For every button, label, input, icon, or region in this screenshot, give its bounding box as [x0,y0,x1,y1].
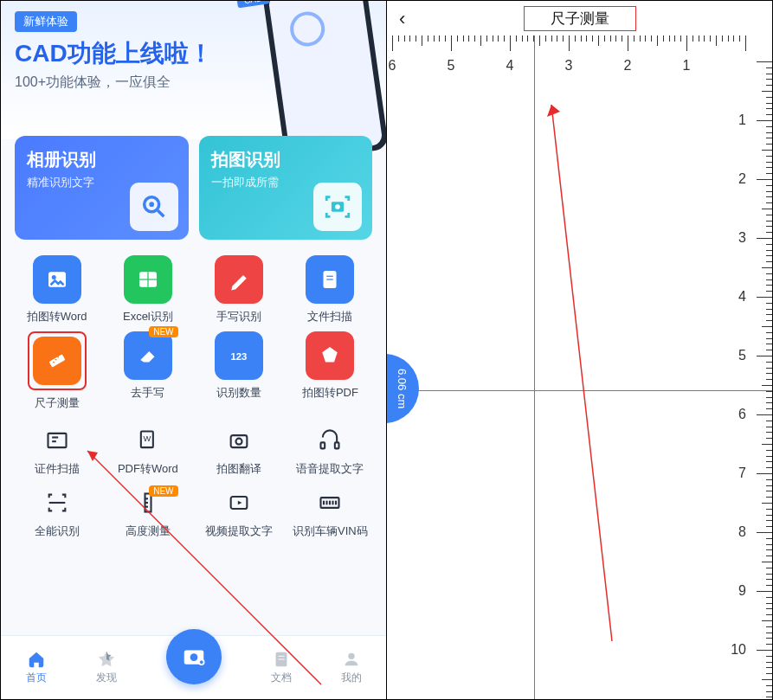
h-ruler-label: 3 [565,58,573,74]
video-icon [227,491,251,518]
tile-label: 去手写 [131,385,164,401]
page-title: 尺子测量 [524,6,636,31]
cad-tag: CAD [236,1,270,8]
svg-point-21 [236,439,242,445]
album-recognition-card[interactable]: 相册识别 精准识别文字 [15,136,189,240]
tile-label: Excel识别 [123,309,173,324]
tool-video[interactable]: 视频提取文字 [197,491,281,539]
nav-mine[interactable]: 我的 [341,650,362,685]
doc-icon [306,255,354,304]
tile-label: 拍图转Word [27,309,87,324]
svg-marker-46 [547,105,560,117]
tool-scan[interactable]: 全能识别 [15,491,99,539]
svg-text:123: 123 [231,351,248,362]
tool-pdf[interactable]: 拍图转PDF [288,331,372,411]
scan-icon [45,491,69,518]
tool-123[interactable]: 123识别数量 [197,331,281,411]
123-icon: 123 [215,331,263,380]
nav-label: 发现 [96,671,117,685]
svg-point-6 [51,275,55,279]
vin-icon [318,491,342,518]
svg-rect-15 [48,433,66,447]
horizontal-ruler[interactable]: 654321 [387,35,772,87]
h-ruler-label: 4 [506,58,514,74]
tool-pen[interactable]: 手写识别 [197,255,281,324]
grid-icon [124,255,172,304]
image-icon [33,255,81,304]
tool-camera[interactable]: 拍图翻译 [197,428,281,477]
v-ruler-label: 10 [731,642,746,658]
svg-line-1 [158,210,164,216]
nav-docs[interactable]: 文档 [271,650,292,685]
tool-image[interactable]: 拍图转Word [15,255,99,324]
new-badge: 新鲜体验 [15,11,77,32]
svg-point-37 [190,653,197,661]
h-ruler-label: 6 [389,58,396,74]
svg-point-4 [335,204,340,209]
svg-line-45 [551,105,612,641]
tool-audio[interactable]: 语音提取文字 [288,428,372,477]
tile-label: 文件扫描 [307,309,352,324]
tile-label: 识别车辆VIN码 [293,523,368,539]
promo-banner: 新鲜体验 CAD功能上线啦！ 100+功能体验，一应俱全 CAD [1,1,386,139]
v-ruler-label: 7 [738,466,746,481]
svg-rect-13 [48,354,65,367]
new-badge: NEW [149,326,177,337]
tool-ruler[interactable]: 尺子测量 [15,331,99,411]
tile-label: 语音提取文字 [296,461,364,477]
new-badge: NEW [149,485,177,497]
svg-rect-22 [321,442,325,448]
tool-id[interactable]: 证件扫描 [15,428,99,477]
nav-label: 首页 [26,671,47,685]
tile-label: 证件扫描 [35,461,80,477]
pen-icon [215,255,263,304]
svg-rect-20 [231,435,248,447]
tile-label: 尺子测量 [35,395,80,411]
nav-discover[interactable]: 发现 [96,650,117,685]
bottom-nav: 首页 发现 文档 我的 [1,635,386,699]
card-title: 相册识别 [27,148,177,171]
tool-grid[interactable]: Excel识别 [106,255,190,324]
svg-text:W: W [143,434,151,443]
convert-icon: W [136,428,160,456]
tile-label: 拍图翻译 [216,461,261,477]
ruler-icon [33,337,81,385]
tile-label: 拍图转PDF [302,385,358,401]
id-icon [45,428,69,456]
h-ruler-label: 2 [624,58,632,74]
nav-label: 文档 [271,671,292,685]
h-ruler-label: 1 [683,58,691,74]
tool-height[interactable]: NEW高度测量 [106,491,190,539]
measurement-bubble: 6.06 cm [387,354,419,423]
v-ruler-label: 4 [738,289,746,305]
v-ruler-label: 8 [738,524,746,540]
card-title: 拍图识别 [211,148,361,171]
crosshair-vertical[interactable] [534,35,535,699]
vertical-ruler[interactable]: 1234567891011 [720,35,772,699]
photo-recognition-card[interactable]: 拍图识别 一拍即成所需 [199,136,373,240]
tile-label: 手写识别 [216,309,261,324]
v-ruler-label: 3 [738,230,746,246]
tool-convert[interactable]: WPDF转Word [106,428,190,477]
nav-camera-fab[interactable] [166,629,222,684]
v-ruler-label: 6 [738,407,746,422]
tile-label: 识别数量 [216,385,261,401]
v-ruler-label: 9 [738,583,746,599]
tool-doc[interactable]: 文件扫描 [288,255,372,324]
svg-point-42 [348,653,354,659]
v-ruler-label: 1 [738,112,746,128]
tile-label: 视频提取文字 [205,523,273,539]
h-ruler-label: 5 [448,58,455,74]
back-button[interactable]: ‹ [399,8,405,30]
nav-home[interactable]: 首页 [26,650,47,685]
pdf-icon [306,331,354,380]
v-ruler-label: 2 [738,171,746,187]
tile-label: 全能识别 [35,523,80,539]
svg-point-2 [149,202,154,207]
magnifier-icon [130,183,178,231]
tile-label: PDF转Word [118,461,178,477]
tool-eraser[interactable]: NEW去手写 [106,331,190,411]
tool-vin[interactable]: 识别车辆VIN码 [288,491,372,539]
crosshair-horizontal[interactable] [387,390,772,391]
eraser-icon [124,331,172,380]
